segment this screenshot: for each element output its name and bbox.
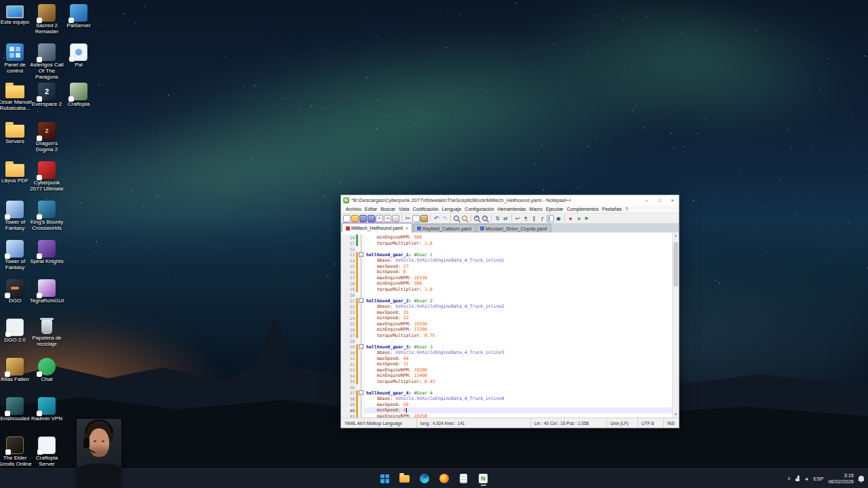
taskbar-icon-edge[interactable] [417, 470, 432, 487]
code-area[interactable]: 10 minEngineRPM: 50011 torqueMultiplier:… [341, 232, 672, 418]
code-text: maxEngineRPM: 18150 [365, 321, 672, 327]
save-icon[interactable] [359, 215, 367, 222]
word-wrap-icon[interactable] [514, 215, 521, 222]
menu-complementos[interactable]: Complementos [565, 207, 600, 211]
macro-play-icon[interactable] [583, 215, 591, 222]
tab-militech-hellhound-yaml[interactable]: Militech_Hellhound.yaml× [342, 222, 412, 232]
code-token: #Gear 1 [412, 252, 433, 258]
status-insert-mode[interactable]: INS [664, 418, 679, 428]
desktop-icon-cyberpunk-2077-ultimate[interactable]: Cyberpunk 2077 Ultimate [28, 160, 65, 192]
replace-icon[interactable] [461, 215, 469, 222]
status-eol-format[interactable]: Unix (LF) [607, 418, 638, 428]
menu-ejecutar[interactable]: Ejecutar [545, 207, 566, 211]
scroll-up-arrow[interactable]: ▲ [673, 232, 679, 239]
line-number: 39 [341, 402, 356, 408]
volume-icon[interactable]: ◄ [804, 476, 809, 481]
desktop-icon-chat[interactable]: Chat [28, 357, 65, 382]
indent-guide-icon[interactable] [530, 215, 538, 222]
menu-lenguaje[interactable]: Lenguaje [440, 207, 463, 211]
macro-stop-icon[interactable] [575, 215, 583, 222]
desktop-icon-everspace-2[interactable]: Everspace 2 [28, 81, 65, 107]
menu-configuraci-n[interactable]: Configuración [463, 207, 496, 211]
menu-codificaci-n[interactable]: Codificación [411, 207, 440, 211]
desktop-icon-craftopia[interactable]: Craftopia [60, 81, 97, 107]
menu-herramientas[interactable]: Herramientas [496, 207, 528, 211]
fold-collapse-icon[interactable] [358, 298, 365, 304]
redo-icon[interactable] [441, 215, 448, 222]
show-all-chars-icon[interactable] [522, 215, 530, 222]
tray-chevron-icon[interactable]: ∧ [787, 476, 791, 481]
close-button[interactable]: × [666, 195, 679, 205]
menu-buscar[interactable]: Buscar [379, 207, 397, 211]
taskbar-icon-notepad[interactable] [456, 470, 471, 487]
menu-[interactable]: ? [623, 207, 629, 211]
taskbar-icon-file-explorer[interactable] [397, 470, 412, 487]
status-bar: YAML Ain't Markup Language long : 4.924 … [341, 418, 679, 428]
close-icon[interactable] [376, 215, 383, 222]
save-all-icon[interactable] [368, 215, 375, 222]
desktop-icon-spiral-knights[interactable]: Spiral Knights [28, 239, 65, 264]
desktop-icon-papelera-de-reciclaje[interactable]: Papelera de reciclaje [28, 317, 65, 347]
function-list-icon[interactable] [538, 215, 546, 222]
desktop-icon-palserver[interactable]: PalServer [60, 3, 97, 28]
menu-pesta-as[interactable]: Pestañas [600, 207, 623, 211]
tab-close-icon[interactable]: × [406, 226, 408, 230]
desktop-icon-asterigos-call-of-the-paragons[interactable]: Asterigos Call Of The Paragons [28, 42, 65, 80]
notification-bell-icon[interactable] [859, 476, 864, 481]
zoom-in-icon[interactable]: + [473, 215, 481, 222]
find-icon[interactable] [453, 215, 460, 222]
desktop-icon-radmin-vpn[interactable]: Radmin VPN [28, 396, 65, 422]
document-map-icon[interactable] [547, 215, 554, 222]
code-line: 32 minSpeed: 31 [341, 361, 672, 367]
cut-icon[interactable] [404, 215, 412, 222]
taskbar-icon-firefox[interactable] [437, 470, 452, 487]
fold-collapse-icon[interactable] [358, 390, 365, 396]
fold-collapse-icon[interactable] [358, 344, 365, 350]
taskbar-apps: N [378, 470, 491, 487]
tab-mizutani-shion-coyote-yaml[interactable]: Mizutani_Shion_Coyote.yaml [476, 224, 551, 232]
print-icon[interactable] [392, 215, 399, 222]
scrollbar-thumb[interactable] [673, 242, 678, 287]
sync-vertical-icon[interactable] [494, 215, 501, 222]
new-file-icon[interactable] [343, 215, 351, 222]
desktop-icon-dragon-s-dogma-2[interactable]: Dragon's Dogma 2 [28, 121, 65, 152]
editor[interactable]: 10 minEngineRPM: 50011 torqueMultiplier:… [341, 232, 679, 418]
keyboard-language[interactable]: ESP [813, 476, 823, 482]
taskbar-icon-notepad-plus-plus[interactable]: N [476, 470, 491, 487]
menu-macro[interactable]: Macro [528, 207, 544, 211]
desktop-icon-label: Sacred 2 Remaster [28, 22, 65, 35]
desktop-icon-tegrarcmgui[interactable]: TegraRcmGUI [28, 278, 65, 304]
undo-icon[interactable] [433, 215, 440, 222]
desktop-icon-king-s-bounty-crossworlds[interactable]: King's Bounty Crossworlds [28, 199, 65, 231]
code-token: hellhound_gear_4: [366, 390, 412, 396]
taskbar-icon-start[interactable] [378, 470, 393, 487]
tab-rayfield-caliburn-yaml[interactable]: Rayfield_Caliburn.yaml [413, 224, 475, 232]
code-token: 22 [401, 315, 409, 321]
menu-editar[interactable]: Editar [363, 207, 378, 211]
menu-archivo[interactable]: Archivo [344, 207, 363, 211]
document-monitor-icon[interactable] [555, 215, 562, 222]
maximize-button[interactable]: □ [653, 195, 666, 205]
desktop-icon-sacred-2-remaster[interactable]: Sacred 2 Remaster [28, 3, 65, 35]
zoom-out-icon[interactable]: − [481, 215, 489, 222]
network-icon[interactable]: ▟ [795, 476, 799, 481]
vertical-scrollbar[interactable]: ▲ ▼ [672, 232, 679, 418]
folder-icon [5, 125, 24, 138]
close-all-icon[interactable] [384, 215, 391, 222]
minimize-button[interactable]: – [640, 195, 653, 205]
clock[interactable]: 3:15 06/02/2026 [828, 472, 854, 485]
copy-icon[interactable] [412, 215, 420, 222]
sync-horizontal-icon[interactable] [502, 215, 509, 222]
fold-collapse-icon[interactable] [358, 252, 365, 258]
menu-vista[interactable]: Vista [397, 207, 410, 211]
macro-record-icon[interactable] [567, 215, 574, 222]
desktop-icon-craftopia-server[interactable]: Craftopia Server [28, 435, 65, 467]
open-file-icon[interactable] [351, 215, 359, 222]
code-line: 22 $base: Vehicle.VehicleEngineData_4_Tr… [341, 304, 672, 310]
status-encoding[interactable]: UTF-8 [638, 418, 664, 428]
paste-icon[interactable] [420, 215, 428, 222]
scroll-down-arrow[interactable]: ▼ [673, 411, 679, 418]
title-bar[interactable]: N *B:\Descargas\Cyberpunk 2077\r6\tweaks… [341, 195, 679, 205]
desktop-icon-pal[interactable]: Pal [60, 42, 97, 68]
tab-label: Rayfield_Caliburn.yaml [422, 226, 471, 231]
